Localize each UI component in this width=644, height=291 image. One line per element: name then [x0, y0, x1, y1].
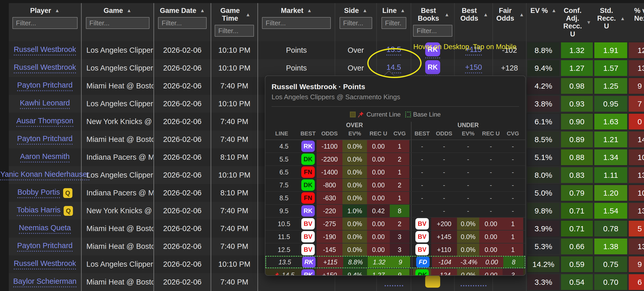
- player-link[interactable]: Russell Westbrook: [14, 63, 76, 73]
- popup-line-row[interactable]: 10.5 BV -275 0.0% 0.00 2 BV +200 0.0% 0.…: [265, 217, 525, 230]
- popup-line-row[interactable]: 8.5 FN -630 0.0% 0.00 1 - - - - -: [265, 191, 525, 204]
- player-link[interactable]: Kawhi Leonard: [20, 99, 70, 109]
- game-filter-input[interactable]: [86, 17, 149, 29]
- book-badge[interactable]: [425, 275, 440, 288]
- pct-vs-next-cell: 9: [628, 255, 644, 273]
- book-badge[interactable]: RK: [425, 60, 440, 74]
- ev-cell: 14.2%: [527, 255, 560, 273]
- game-date-filter-input[interactable]: [158, 17, 207, 29]
- game-time-cell: 7:40 PM: [211, 273, 258, 291]
- side-cell: [335, 273, 377, 291]
- popup-line-row[interactable]: 9.5 RK -220 1.0% 0.42 8 - - - - -: [265, 204, 525, 217]
- sort-asc-icon[interactable]: ▲: [200, 8, 205, 13]
- best-books-filter-input[interactable]: [413, 25, 452, 37]
- popup-line-row[interactable]: 5.5 DK -2200 0.0% 0.00 2 - - - - -: [265, 152, 525, 165]
- over-odds-cell: -2200: [317, 153, 342, 165]
- line-value: 5.5: [280, 156, 289, 163]
- book-badge: DK: [301, 179, 315, 191]
- player-link[interactable]: Neemias Queta: [19, 224, 71, 234]
- under-ev-cell: -: [457, 192, 479, 204]
- player-link[interactable]: Yanic Konan Niederhauser: [0, 170, 89, 180]
- player-link[interactable]: Russell Westbrook: [14, 45, 76, 56]
- under-cvg-cell: 1: [503, 218, 523, 230]
- sort-asc-icon[interactable]: ▲: [363, 8, 368, 13]
- sort-desc-icon[interactable]: ▼: [586, 20, 591, 25]
- player-link[interactable]: Ausar Thompson: [16, 117, 73, 127]
- column-header-game[interactable]: Game▲: [82, 3, 154, 41]
- column-header-ev[interactable]: EV %▲: [527, 3, 560, 41]
- sort-asc-icon[interactable]: ▲: [246, 12, 251, 17]
- sort-asc-icon[interactable]: ▲: [400, 8, 405, 13]
- table-row: Russell Westbrook Los Angeles Clippers ……: [9, 41, 644, 59]
- book-badge: -: [421, 169, 423, 176]
- under-ev-cell: -: [457, 205, 479, 217]
- column-header-market[interactable]: Market▲: [258, 3, 335, 41]
- popup-line-row[interactable]: 6.5 FN -1400 0.0% 0.00 1 - - - - -: [265, 165, 525, 178]
- column-header-side[interactable]: Side▲: [335, 3, 377, 41]
- sort-asc-icon[interactable]: ▲: [551, 8, 556, 13]
- column-header-best-books[interactable]: Best Books▲: [411, 3, 455, 41]
- sort-asc-icon[interactable]: ▲: [55, 8, 60, 13]
- book-badge: -: [421, 207, 423, 215]
- over-best-cell: RK: [300, 257, 317, 267]
- column-header-player[interactable]: Player▲: [9, 3, 82, 41]
- sort-asc-icon[interactable]: ▲: [483, 12, 488, 17]
- sort-asc-icon[interactable]: ▲: [127, 8, 132, 13]
- column-header-conf-adj-recc-u[interactable]: Conf. Adj. Recc. U▼: [560, 3, 594, 41]
- player-link[interactable]: Payton Pritchard: [17, 241, 72, 252]
- player-link[interactable]: Baylor Scheierman: [13, 277, 77, 287]
- player-link[interactable]: Payton Pritchard: [17, 81, 72, 91]
- game-time-filter-input[interactable]: [215, 25, 254, 37]
- player-link[interactable]: Tobias Harris: [17, 206, 61, 216]
- column-header-pct-vs-next[interactable]: % vs Next: [628, 3, 644, 41]
- column-header-game-time[interactable]: Game Time▲: [211, 3, 258, 41]
- market-filter-input[interactable]: [262, 17, 331, 29]
- std-recc-cell: 1.54: [594, 202, 628, 220]
- popup-line-row[interactable]: 12.5 BV -145 0.0% 0.00 3 BV +110 0.0% 0.…: [265, 243, 525, 256]
- sort-asc-icon[interactable]: ▲: [307, 8, 312, 13]
- player-link[interactable]: Bobby Portis: [17, 188, 60, 198]
- best-column-header: BEST: [299, 130, 317, 140]
- ev-cell: 3.3%: [527, 273, 560, 291]
- conf-adj-recc-cell: 0.79: [560, 184, 594, 202]
- legend: Current Line Base Line: [265, 111, 525, 118]
- game-date-cell: 2026-02-06: [154, 202, 211, 220]
- pct-vs-next-cell: 10: [628, 184, 644, 202]
- under-best-cell: BV: [413, 218, 431, 230]
- column-header-line[interactable]: Line▲: [377, 3, 411, 41]
- game-date-cell: 2026-02-06: [154, 148, 211, 166]
- popup-line-row[interactable]: 7.5 DK -800 0.0% 0.00 2 - - - - -: [265, 178, 525, 191]
- under-best-cell: BV: [413, 231, 431, 243]
- sort-asc-icon[interactable]: ▲: [519, 12, 524, 17]
- book-badge: FN: [301, 166, 315, 178]
- sort-asc-icon[interactable]: ▲: [620, 16, 625, 21]
- popup-line-row[interactable]: 11.5 BV -190 0.0% 0.00 3 BV +145 0.0% 0.…: [265, 230, 525, 243]
- column-header-best-odds[interactable]: Best Odds▲: [455, 3, 493, 41]
- player-link[interactable]: Payton Pritchard: [17, 134, 72, 145]
- popup-line-row[interactable]: 4.5 RK -1100 0.0% 0.00 1 - - - - -: [265, 140, 525, 152]
- player-link[interactable]: Aaron Nesmith: [20, 152, 70, 163]
- conf-adj-recc-cell: 0.71: [560, 202, 594, 220]
- line-filter-input[interactable]: [381, 17, 406, 29]
- popup-line-row[interactable]: 13.5 RK +115 8.8% 1.32 9 FD -104 -3.4% 0…: [265, 256, 525, 268]
- game-time-cell: 10:10 PM: [211, 255, 258, 273]
- over-best-cell: RK: [299, 140, 317, 152]
- best-odds-link[interactable]: +150: [465, 63, 482, 73]
- column-header-fair-odds[interactable]: Fair Odds▲: [493, 3, 527, 41]
- std-recc-cell: 0.70: [594, 273, 628, 291]
- player-filter-input[interactable]: [12, 17, 78, 29]
- best-column-header: BEST: [413, 130, 431, 140]
- column-header-std-recc-u[interactable]: Std. Recc. U▲: [594, 3, 628, 41]
- side-filter-input[interactable]: [340, 17, 372, 29]
- popup-line-row[interactable]: 14.5 RK +150 9.4% 1.27 9 DK -124 0.0% 0.…: [265, 268, 525, 276]
- column-label: Game Time: [218, 7, 242, 22]
- game-cell: Los Angeles Clippers …: [82, 41, 154, 59]
- sort-asc-icon[interactable]: ▲: [445, 12, 450, 17]
- book-badge: FD: [416, 257, 430, 267]
- under-best-cell: DK: [413, 269, 431, 276]
- popup-table-body: 4.5 RK -1100 0.0% 0.00 1 - - - - - 5.5 D…: [265, 140, 525, 276]
- under-cvg-cell: -: [503, 179, 523, 191]
- book-badge: -: [421, 194, 423, 202]
- player-link[interactable]: Russell Westbrook: [14, 259, 76, 270]
- column-header-game-date[interactable]: Game Date▲: [154, 3, 211, 41]
